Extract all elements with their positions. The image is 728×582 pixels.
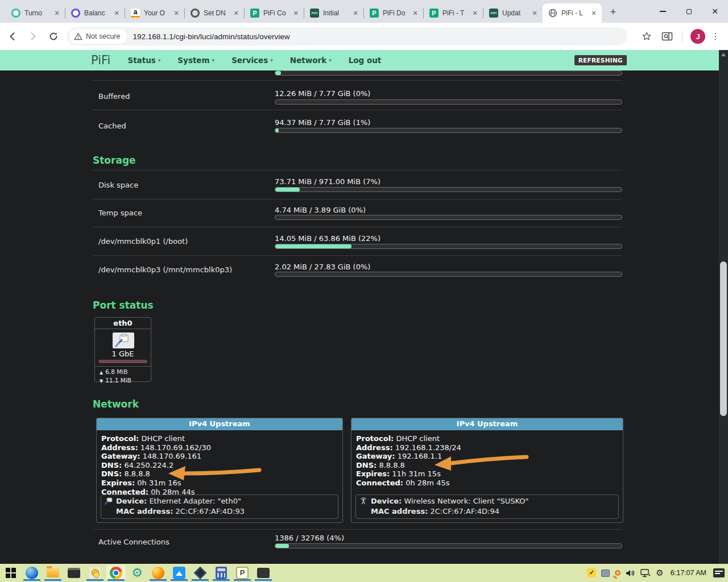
tray-device-icon[interactable]: [601, 569, 610, 577]
taskbar-app-finance[interactable]: [85, 565, 105, 581]
tab-pifi-do[interactable]: P PiFi Do ✕: [364, 3, 423, 23]
down-triangle-icon: ▼: [100, 379, 103, 384]
tab-title: PiFi Do: [383, 9, 411, 17]
tray-gear-icon[interactable]: ⚙: [656, 568, 663, 578]
close-icon[interactable]: ✕: [411, 9, 420, 18]
taskbar-app-chrome[interactable]: [106, 565, 126, 581]
section-title-port-status: Port status: [93, 300, 154, 311]
taskbar-app-browser-blue[interactable]: [22, 565, 42, 581]
taskbar-app-terminal[interactable]: [254, 565, 273, 581]
minimize-button[interactable]: [650, 3, 676, 20]
card-divider: [95, 366, 151, 367]
row-divider: [93, 255, 622, 256]
chrome-icon: [110, 567, 122, 579]
field-dns: DNS: 8.8.8.8: [356, 461, 618, 470]
profile-avatar[interactable]: J: [690, 29, 705, 44]
amazon-icon: a: [131, 9, 140, 18]
row-divider: [93, 227, 622, 227]
nav-network[interactable]: Network▾: [290, 56, 332, 65]
taskbar-app-calculator[interactable]: [212, 565, 231, 581]
row-value: 4.74 MiB / 3.89 GiB (0%): [275, 206, 366, 214]
row-value: 14.05 MiB / 63.86 MiB (22%): [275, 234, 380, 243]
tab-update[interactable]: PiFi Updat ✕: [483, 3, 543, 23]
nav-status[interactable]: Status▾: [127, 56, 160, 65]
close-icon[interactable]: ✕: [112, 9, 121, 18]
tray-network-icon[interactable]: [640, 569, 651, 577]
taskbar-app-cmd[interactable]: [64, 565, 84, 581]
maximize-button[interactable]: [676, 3, 702, 20]
browser-menu-icon[interactable]: ⋮: [711, 31, 720, 41]
browser-toolbar: Not secure 192.168.1.1/cgi-bin/luci/admi…: [0, 23, 728, 50]
close-icon[interactable]: ✕: [470, 9, 479, 18]
row-value: 12.26 MiB / 7.77 GiB (0%): [275, 89, 370, 98]
row-label: Cached: [98, 122, 126, 130]
tab-title: Balanc: [84, 9, 112, 17]
tab-balance[interactable]: Balanc ✕: [65, 3, 125, 23]
bookmark-star-icon[interactable]: [639, 28, 655, 44]
browser-tab-strip: Turno ✕ Balanc ✕ a Your O ✕ Set DN ✕ P P…: [0, 0, 728, 23]
field-connected: Connected: 0h 28m 45s: [356, 479, 618, 488]
ethernet-adapter-icon: [105, 497, 113, 507]
tray-speaker-icon[interactable]: [626, 569, 635, 577]
tab-pifi-co[interactable]: P PiFi Co ✕: [245, 3, 304, 23]
taskbar-app-settings[interactable]: ⚙: [127, 565, 147, 581]
close-icon[interactable]: ✕: [291, 9, 300, 18]
nav-menu: Status▾ System▾ Services▾ Network▾ Log o…: [127, 56, 398, 65]
security-label: Not secure: [86, 32, 120, 40]
scrollbar-thumb[interactable]: [720, 261, 727, 416]
field-protocol: Protocol: DHCP client: [356, 434, 618, 443]
start-button[interactable]: [1, 565, 20, 581]
openai-icon: [191, 9, 200, 18]
close-icon[interactable]: ✕: [351, 9, 360, 18]
tab-amazon[interactable]: a Your O ✕: [125, 3, 184, 23]
pifi-p-icon: P: [429, 9, 439, 18]
wireless-antenna-icon: [359, 497, 367, 507]
close-window-button[interactable]: ✕: [702, 3, 728, 20]
site-logo[interactable]: PiFi: [91, 53, 110, 67]
row-divider: [93, 110, 622, 110]
taskbar-app-file-explorer[interactable]: [43, 565, 63, 581]
taskbar-app-cube[interactable]: [191, 565, 210, 581]
row-value: 94.37 MiB / 7.77 GiB (1%): [275, 118, 370, 127]
not-secure-chip[interactable]: Not secure: [69, 29, 127, 44]
close-icon[interactable]: ✕: [172, 9, 181, 18]
command-prompt-icon: [68, 568, 80, 578]
url-text[interactable]: 192.168.1.1/cgi-bin/luci/admin/status/ov…: [133, 32, 289, 41]
tab-set-dns[interactable]: Set DN ✕: [185, 3, 244, 23]
nav-system[interactable]: System▾: [177, 56, 214, 65]
back-button[interactable]: [5, 28, 20, 44]
field-gateway: Gateway: 192.168.1.1: [356, 452, 618, 461]
nav-logout[interactable]: Log out: [349, 56, 382, 65]
reload-button[interactable]: [46, 28, 61, 44]
row-divider: [93, 529, 622, 530]
page-scrollbar[interactable]: [719, 50, 728, 564]
tab-initial[interactable]: PiFi Initial ✕: [304, 3, 363, 23]
tab-pifi-t[interactable]: P PiFi - T ✕: [424, 3, 483, 23]
row-label: /dev/mmcblk0p3 (/mnt/mmcblk0p3): [98, 265, 232, 274]
scroll-up-arrow-icon[interactable]: [721, 53, 726, 56]
tab-turno[interactable]: Turno ✕: [6, 3, 65, 23]
field-protocol: Protocol: DHCP client: [101, 434, 338, 443]
progress-bar-connections: [275, 543, 622, 548]
taskbar-app-firefox[interactable]: [148, 565, 168, 581]
taskbar-app-p[interactable]: P: [233, 565, 252, 581]
warning-icon: [74, 32, 82, 40]
forward-button[interactable]: [25, 28, 41, 44]
close-icon[interactable]: ✕: [52, 9, 61, 18]
field-expires: Expires: 11h 31m 15s: [356, 469, 618, 479]
side-panel-search-icon[interactable]: [659, 28, 675, 44]
port-utilization-bar: [98, 360, 147, 363]
taskbar-app-home-assistant[interactable]: [169, 565, 189, 581]
close-icon[interactable]: ✕: [589, 9, 598, 18]
notification-center-icon[interactable]: [713, 568, 725, 577]
new-tab-button[interactable]: +: [605, 5, 621, 20]
nav-services[interactable]: Services▾: [231, 56, 273, 65]
tray-search-magnifier-icon[interactable]: [615, 570, 621, 576]
tray-check-icon[interactable]: ✓: [587, 568, 596, 577]
close-icon[interactable]: ✕: [231, 9, 241, 18]
address-bar[interactable]: Not secure 192.168.1.1/cgi-bin/luci/admi…: [67, 27, 627, 45]
close-icon[interactable]: ✕: [530, 9, 539, 18]
tab-pifi-luci-active[interactable]: PiFi - L ✕: [543, 3, 602, 23]
refreshing-badge[interactable]: REFRESHING: [574, 55, 627, 65]
taskbar-clock[interactable]: 6:17:07 AM: [671, 569, 706, 577]
